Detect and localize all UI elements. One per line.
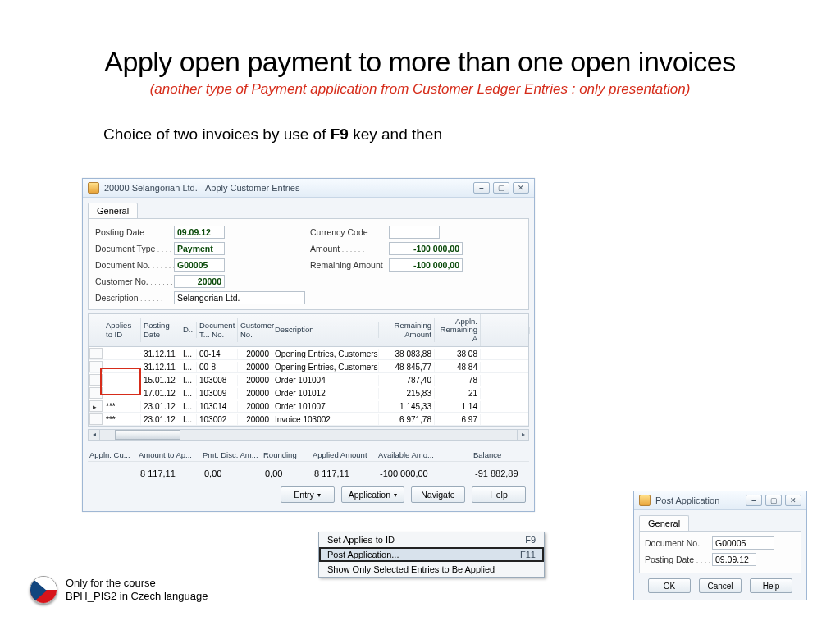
summary-label [442, 449, 472, 462]
entries-grid[interactable]: Applies-to ID Posting Date D... Document… [88, 313, 529, 427]
summary-value: 8 117,11 [137, 467, 201, 480]
scroll-thumb[interactable] [115, 430, 180, 440]
col-applies-to-id[interactable]: Applies-to ID [103, 318, 141, 342]
dropdown-icon: ▾ [317, 491, 321, 499]
cell-doc-no: 103009 [197, 388, 238, 399]
table-row[interactable]: 17.01.12I...10300920000Order 101012215,8… [89, 386, 528, 399]
table-row[interactable]: 15.01.12I...10300820000Order 101004787,4… [89, 373, 528, 386]
cell-doc-no: 103008 [197, 375, 238, 386]
tab-general[interactable]: General [639, 515, 689, 531]
menu-item[interactable]: Show Only Selected Entries to Be Applied [319, 562, 544, 577]
summary-label: Appln. Cu... [88, 449, 137, 462]
cell-doc-type: I... [180, 414, 197, 425]
cell-appln-remaining: 78 [435, 375, 481, 386]
apply-customer-entries-window: 20000 Selangorian Ltd. - Apply Customer … [82, 178, 535, 512]
post-posting-date-input[interactable] [712, 553, 756, 566]
window-app-icon [639, 495, 651, 506]
summary-label: Pmt. Disc. Am... [201, 449, 262, 462]
cell-doc-type: I... [180, 349, 197, 359]
cell-description: Opening Entries, Customers [272, 362, 379, 372]
window-titlebar[interactable]: Post Application ‒ ▢ ✕ [634, 491, 806, 510]
col-appln-remaining[interactable]: Appln. Remaining A [435, 314, 481, 346]
help-button[interactable]: Help [750, 578, 792, 593]
post-document-no-label: Document No. [645, 538, 712, 548]
maximize-button[interactable]: ▢ [765, 495, 782, 506]
navigate-button[interactable]: Navigate [411, 486, 465, 503]
document-type-input[interactable] [174, 242, 225, 255]
col-doc-type[interactable]: D... [180, 322, 197, 337]
customer-no-input[interactable] [174, 275, 225, 288]
amount-input[interactable] [389, 242, 463, 255]
table-row[interactable]: 31.12.11I...00-1420000Opening Entries, C… [89, 347, 528, 360]
summary-value: 0,00 [262, 467, 311, 480]
row-selector[interactable] [89, 400, 103, 412]
cell-appln-remaining: 1 14 [435, 401, 481, 412]
description-label: Description [95, 293, 174, 303]
cancel-button[interactable]: Cancel [699, 578, 742, 593]
entry-button[interactable]: Entry▾ [281, 486, 335, 503]
cell-doc-type: I... [180, 388, 197, 399]
window-titlebar[interactable]: 20000 Selangorian Ltd. - Apply Customer … [83, 179, 534, 198]
table-row[interactable]: ***23.01.12I...10300220000Invoice 103002… [89, 413, 528, 426]
cell-customer-no: 20000 [238, 414, 272, 425]
scroll-right-icon[interactable]: ▸ [517, 430, 528, 440]
close-button[interactable]: ✕ [513, 182, 529, 194]
post-document-no-input[interactable] [712, 536, 774, 550]
cell-date: 31.12.11 [141, 362, 180, 372]
cell-appln-remaining: 48 84 [435, 362, 481, 372]
slide-subtitle: (another type of Payment application fro… [0, 81, 840, 98]
minimize-button[interactable]: ‒ [746, 495, 762, 506]
close-button[interactable]: ✕ [785, 495, 801, 506]
summary-value: -91 882,89 [472, 467, 529, 480]
col-description[interactable]: Description [272, 322, 379, 337]
table-row[interactable]: ***23.01.12I...10301420000Order 1010071 … [89, 399, 528, 413]
czech-flag-icon [30, 576, 57, 604]
document-no-input[interactable] [174, 258, 225, 272]
cell-remaining: 1 145,33 [379, 401, 435, 412]
row-selector[interactable] [89, 413, 103, 425]
ok-button[interactable]: OK [648, 578, 691, 593]
col-customer-no[interactable]: Customer No. [238, 318, 272, 342]
col-remaining-amount[interactable]: Remaining Amount [379, 318, 435, 342]
dropdown-icon: ▾ [394, 491, 397, 499]
summary-value: 8 117,11 [311, 467, 377, 480]
instruction-line: Choice of two invoices by use of F9 key … [103, 126, 840, 144]
row-selector[interactable] [89, 348, 103, 359]
summary-header: Appln. Cu...Amount to Ap...Pmt. Disc. Am… [88, 449, 529, 462]
cell-customer-no: 20000 [238, 401, 272, 412]
horizontal-scrollbar[interactable]: ◂ ▸ [88, 429, 529, 441]
currency-code-input[interactable] [389, 226, 440, 239]
remaining-amount-input[interactable] [389, 258, 463, 272]
menu-item[interactable]: Post Application...F11 [319, 547, 544, 562]
help-button[interactable]: Help [472, 486, 526, 503]
minimize-button[interactable]: ‒ [473, 182, 490, 194]
scroll-left-icon[interactable]: ◂ [89, 430, 100, 440]
col-posting-date[interactable]: Posting Date [141, 318, 180, 342]
menu-item-label: Post Application... [327, 550, 520, 559]
menu-item[interactable]: Set Applies-to IDF9 [319, 532, 544, 547]
posting-date-input[interactable] [174, 226, 225, 239]
instruction-key: F9 [331, 126, 349, 143]
remaining-amount-label: Remaining Amount [310, 260, 389, 270]
cell-description: Invoice 103002 [272, 414, 379, 425]
cell-doc-type: I... [180, 375, 197, 386]
cell-appln-remaining: 21 [435, 388, 481, 399]
instruction-prefix: Choice of two invoices by use of [103, 126, 331, 143]
application-button[interactable]: Application▾ [341, 486, 404, 503]
tab-general[interactable]: General [88, 203, 138, 218]
customer-no-label: Customer No. [95, 276, 174, 286]
cell-appln-remaining: 6 97 [435, 414, 481, 425]
summary-value [442, 467, 472, 480]
cell-doc-no: 103014 [197, 401, 238, 412]
table-row[interactable]: 31.12.11I...00-820000Opening Entries, Cu… [89, 360, 528, 373]
maximize-button[interactable]: ▢ [493, 182, 509, 194]
cell-date: 23.01.12 [141, 414, 180, 425]
menu-item-label: Show Only Selected Entries to Be Applied [327, 564, 536, 574]
menu-item-shortcut: F11 [520, 550, 536, 559]
col-doc-no[interactable]: Document T... No. [197, 318, 238, 342]
summary-values: 8 117,110,000,008 117,11-100 000,00-91 8… [88, 467, 529, 480]
description-input[interactable] [174, 291, 305, 304]
cell-description: Order 101012 [272, 388, 379, 399]
summary-label: Available Amo... [377, 449, 442, 462]
cell-applies-id [103, 353, 141, 354]
